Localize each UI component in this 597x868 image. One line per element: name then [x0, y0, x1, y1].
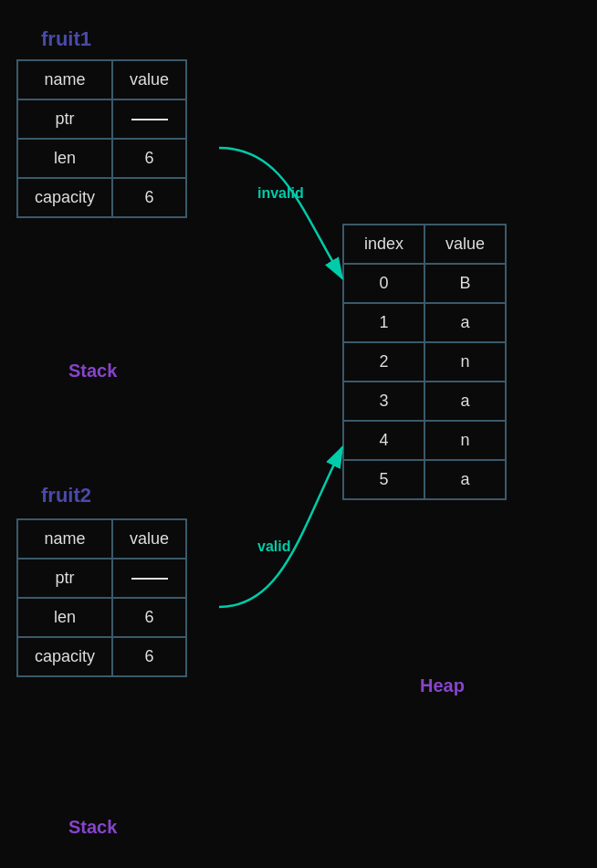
fruit1-capacity-name: capacity — [17, 178, 112, 217]
heap-index-3: 3 — [343, 382, 424, 421]
fruit1-title: fruit1 — [41, 27, 91, 51]
heap-value-header: value — [424, 225, 506, 264]
valid-arrow — [219, 447, 342, 607]
fruit1-len-value: 6 — [112, 139, 186, 178]
heap-table: index value 0 B 1 a 2 n 3 a 4 n — [342, 224, 507, 500]
fruit2-ptr-line — [131, 578, 168, 580]
fruit2-col-value-header: value — [112, 519, 186, 559]
heap-index-0: 0 — [343, 264, 424, 303]
fruit1-table: name value ptr len 6 capacity 6 — [16, 59, 187, 218]
heap-index-5: 5 — [343, 460, 424, 499]
heap-value-1: a — [424, 303, 506, 342]
heap-value-3: a — [424, 382, 506, 421]
heap-row-1: 1 a — [343, 303, 506, 342]
diagram-container: fruit1 name value ptr len 6 capacity 6 S… — [0, 0, 597, 868]
fruit2-capacity-name: capacity — [17, 637, 112, 676]
heap-value-0: B — [424, 264, 506, 303]
heap-row-0: 0 B — [343, 264, 506, 303]
fruit2-col-name-header: name — [17, 519, 112, 559]
heap-index-4: 4 — [343, 421, 424, 460]
heap-index-header: index — [343, 225, 424, 264]
fruit2-table: name value ptr len 6 capacity 6 — [16, 518, 187, 677]
heap-label: Heap — [420, 675, 465, 696]
fruit1-ptr-line — [131, 119, 168, 120]
fruit1-capacity-value: 6 — [112, 178, 186, 217]
heap-row-3: 3 a — [343, 382, 506, 421]
heap-value-4: n — [424, 421, 506, 460]
heap-value-5: a — [424, 460, 506, 499]
heap-row-2: 2 n — [343, 342, 506, 382]
heap-value-2: n — [424, 342, 506, 382]
heap-index-2: 2 — [343, 342, 424, 382]
fruit2-capacity-value: 6 — [112, 637, 186, 676]
invalid-arrow — [219, 148, 342, 278]
fruit2-ptr-name: ptr — [17, 559, 112, 598]
stack2-label: Stack — [68, 817, 117, 838]
fruit1-len-name: len — [17, 139, 112, 178]
invalid-label: invalid — [257, 185, 304, 202]
fruit1-col-name-header: name — [17, 60, 112, 99]
heap-index-1: 1 — [343, 303, 424, 342]
fruit2-title: fruit2 — [41, 484, 91, 507]
fruit2-len-name: len — [17, 598, 112, 637]
heap-row-5: 5 a — [343, 460, 506, 499]
fruit1-ptr-name: ptr — [17, 99, 112, 139]
fruit1-col-value-header: value — [112, 60, 186, 99]
fruit2-ptr-value — [112, 559, 186, 598]
stack1-label: Stack — [68, 361, 117, 382]
fruit2-len-value: 6 — [112, 598, 186, 637]
heap-row-4: 4 n — [343, 421, 506, 460]
fruit1-ptr-value — [112, 99, 186, 139]
valid-label: valid — [257, 539, 290, 555]
